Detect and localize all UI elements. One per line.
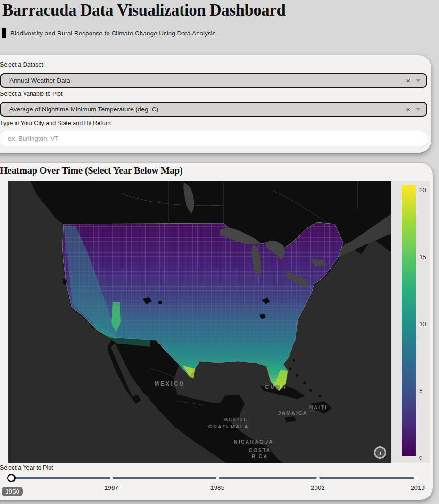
basemap-label: GUATEMALA — [208, 424, 249, 429]
map-graphic — [8, 181, 391, 463]
variable-select[interactable]: Average of Nighttime Minimum Temperature… — [0, 102, 427, 117]
year-tick-label: 2019 — [411, 484, 425, 491]
subtitle-text: Biodiversity and Rural Response to Clima… — [10, 30, 215, 37]
heatmap-title: Heatmap Over Time (Select Year Below Map… — [0, 165, 182, 176]
year-tick-label: 2002 — [311, 484, 325, 491]
variable-label: Select a Variable to Plot — [0, 91, 62, 97]
choropleth-map[interactable]: MEXICO CUBA BELIZE GUATEMALA NICARAGUA C… — [8, 181, 391, 463]
dataset-select-value: Annual Weather Data — [9, 77, 70, 84]
dashboard-page: { "header": { "title": "Barracuda Data V… — [0, 0, 439, 504]
slider-tick-dot[interactable] — [110, 477, 113, 480]
basemap-label: NICARAGUA — [234, 439, 273, 445]
info-icon[interactable]: i — [374, 446, 386, 459]
year-tick-label: 1967 — [104, 484, 118, 491]
colorbar-tick: 15 — [419, 253, 426, 260]
city-label: Type in Your City and State and Hit Retu… — [0, 120, 111, 126]
basemap-label: CUBA — [265, 384, 287, 390]
year-tooltip: 1950 — [2, 487, 23, 496]
dataset-select[interactable]: Annual Weather Data × — [0, 73, 427, 88]
colorbar-tick: 10 — [419, 320, 426, 328]
colorbar: 20 15 10 5 0 — [391, 181, 430, 463]
year-slider-track[interactable] — [11, 477, 418, 479]
year-slider-label: Select a Year to Plot — [0, 464, 53, 471]
chevron-down-icon[interactable] — [416, 108, 421, 111]
colorbar-gradient — [402, 185, 416, 456]
slider-tick-dot[interactable] — [316, 477, 320, 480]
basemap-label: JAMAICA — [278, 410, 307, 416]
basemap-label: HAITI — [309, 404, 327, 410]
clear-icon[interactable]: × — [406, 77, 410, 84]
heatmap-panel: Heatmap Over Time (Select Year Below Map… — [0, 163, 433, 500]
subtitle-marker — [2, 28, 6, 38]
year-slider: 1950 — [11, 474, 418, 482]
page-title: Barracuda Data Visualization Dashboard — [2, 1, 285, 20]
basemap-label: BELIZE — [224, 417, 248, 422]
colorbar-tick: 20 — [419, 186, 426, 193]
controls-panel: Select a Dataset Annual Weather Data × S… — [0, 55, 431, 153]
colorbar-tick: 5 — [419, 387, 422, 395]
colorbar-tick: 0 — [419, 454, 422, 462]
dataset-label: Select a Dataset — [0, 61, 43, 68]
chevron-down-icon[interactable] — [416, 79, 421, 82]
slider-tick-dot[interactable] — [414, 476, 418, 480]
variable-select-value: Average of Nighttime Minimum Temperature… — [9, 106, 158, 113]
basemap-label: MEXICO — [154, 380, 185, 387]
city-input[interactable] — [0, 131, 427, 146]
clear-icon[interactable]: × — [406, 106, 410, 113]
basemap-label: COSTA RICA — [247, 447, 273, 460]
slider-tick-dot[interactable] — [216, 477, 219, 480]
year-tick-label: 1985 — [210, 484, 224, 491]
project-subtitle: Biodiversity and Rural Response to Clima… — [2, 28, 215, 38]
slider-handle[interactable] — [7, 474, 16, 482]
